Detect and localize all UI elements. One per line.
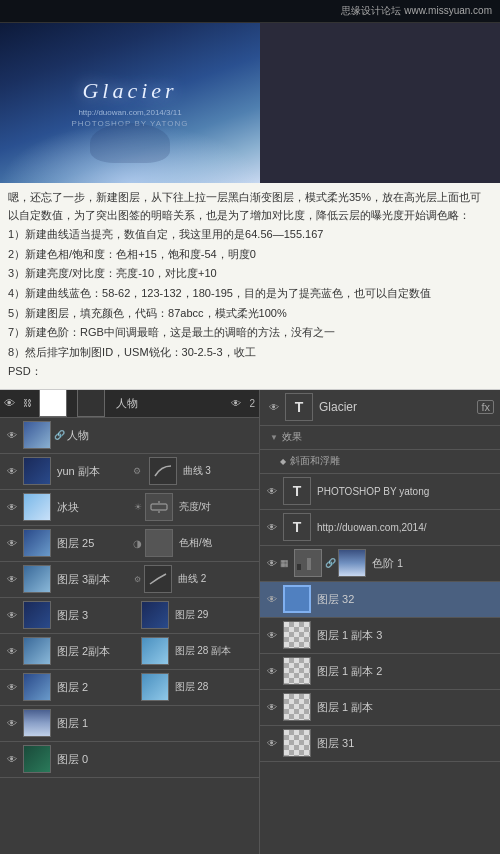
step-7: 8）然后排字加制图ID，USM锐化：30-2.5-3，收工 xyxy=(8,344,492,362)
eye-icon-3copy[interactable]: 👁 xyxy=(4,571,20,587)
layer-name-3: 图层 3 xyxy=(57,608,138,623)
eye-icon-0[interactable]: 👁 xyxy=(4,751,20,767)
layer-glacier-header[interactable]: 👁 T Glacier fx xyxy=(260,390,500,426)
layer-url-text[interactable]: 👁 T http://duowan.com,2014/ xyxy=(260,510,500,546)
layer-name-person: 人物 xyxy=(67,428,255,443)
thumb-1c3 xyxy=(283,621,311,649)
psd-label: PSD： xyxy=(8,363,492,381)
num-2: 2 xyxy=(249,398,255,409)
layer-name-1: 图层 1 xyxy=(57,716,255,731)
layer-name-31: 图层 31 xyxy=(317,736,496,751)
thumb-25 xyxy=(23,529,51,557)
layer-3[interactable]: 👁 图层 3 图层 29 xyxy=(0,598,259,634)
layer-2[interactable]: 👁 图层 2 图层 28 xyxy=(0,670,259,706)
svg-rect-4 xyxy=(302,561,306,570)
eye-icon-1c[interactable]: 👁 xyxy=(264,699,280,715)
thumb-1 xyxy=(23,709,51,737)
link-control[interactable]: ⛓ xyxy=(23,398,32,408)
layer-1copy[interactable]: 👁 图层 1 副本 xyxy=(260,690,500,726)
layer-name-curve2: 曲线 2 xyxy=(178,572,255,586)
thumb-hue xyxy=(145,529,173,557)
eye-icon-glacier[interactable]: 👁 xyxy=(266,399,282,415)
eye-icon-25[interactable]: 👁 xyxy=(4,535,20,551)
eye-icon-1[interactable]: 👁 xyxy=(4,715,20,731)
layer-2copy[interactable]: 👁 图层 2副本 图层 28 副本 xyxy=(0,634,259,670)
fx-label: fx xyxy=(477,400,494,414)
eye-icon-2[interactable]: 👁 xyxy=(4,679,20,695)
eye-icon-2copy[interactable]: 👁 xyxy=(4,643,20,659)
curve-adj-icon: ⚙ xyxy=(130,464,144,478)
step-4: 4）新建曲线蓝色：58-62，123-132，180-195，目的是为了提亮蓝色… xyxy=(8,285,492,303)
eye-control[interactable]: 👁 xyxy=(4,397,15,409)
thumb-levels-dark xyxy=(294,549,322,577)
layer-name-2: 图层 2 xyxy=(57,680,138,695)
eye-icon-1c2[interactable]: 👁 xyxy=(264,663,280,679)
thumb-brightness xyxy=(145,493,173,521)
eye-icon-yun[interactable]: 👁 xyxy=(4,463,20,479)
layers-top-controls[interactable]: 👁 ⛓ 人物 👁 2 xyxy=(0,390,259,418)
layer-1[interactable]: 👁 图层 1 xyxy=(0,706,259,742)
thumb-3 xyxy=(23,601,51,629)
step-2: 2）新建色相/饱和度：色相+15，饱和度-54，明度0 xyxy=(8,246,492,264)
thumb-1c xyxy=(283,693,311,721)
image-subtitle: http://duowan.com,2014/3/11 xyxy=(78,108,181,117)
layer-person[interactable]: 👁 🔗 人物 xyxy=(0,418,259,454)
eye-icon-levels[interactable]: 👁 xyxy=(264,555,280,571)
thumb-28copy xyxy=(141,637,169,665)
layer-name-brightness: 亮度/对 xyxy=(179,500,256,514)
layer-name-28copy: 图层 28 副本 xyxy=(175,644,256,658)
layer-ice[interactable]: 👁 冰块 ☀ 亮度/对 xyxy=(0,490,259,526)
levels-adj-marker: ▦ xyxy=(280,558,289,568)
layer-1copy3[interactable]: 👁 图层 1 副本 3 xyxy=(260,618,500,654)
layer-31[interactable]: 👁 图层 31 xyxy=(260,726,500,762)
tutorial-text: 嗯，还忘了一步，新建图层，从下往上拉一层黑白渐变图层，模式柔光35%，放在高光层… xyxy=(0,183,500,390)
thumb-28 xyxy=(141,673,169,701)
layer-2-label: 人物 xyxy=(116,396,138,411)
eye-icon-32[interactable]: 👁 xyxy=(264,591,280,607)
thumb-curve3 xyxy=(149,457,177,485)
layer-1copy2[interactable]: 👁 图层 1 副本 2 xyxy=(260,654,500,690)
thumb-2copy xyxy=(23,637,51,665)
bevel-label: 斜面和浮雕 xyxy=(290,454,340,468)
bevel-emboss-row: ◆ 斜面和浮雕 xyxy=(260,450,500,474)
layer-name-url: http://duowan.com,2014/ xyxy=(317,522,496,533)
left-layers-column[interactable]: 👁 ⛓ 人物 👁 2 👁 🔗 人物 👁 yun 副本 ⚙ 曲线 3 xyxy=(0,390,260,854)
layer-levels[interactable]: 👁 ▦ 🔗 色阶 1 xyxy=(260,546,500,582)
layer-name-29: 图层 29 xyxy=(175,608,256,622)
layer-25[interactable]: 👁 图层 25 ◑ 色相/饱 xyxy=(0,526,259,562)
eye-icon-ice[interactable]: 👁 xyxy=(4,499,20,515)
layer-0[interactable]: 👁 图层 0 xyxy=(0,742,259,778)
thumb-ice xyxy=(23,493,51,521)
thumb-curve2 xyxy=(144,565,172,593)
eye-icon-1c3[interactable]: 👁 xyxy=(264,627,280,643)
eye-icon-person[interactable]: 👁 xyxy=(4,427,20,443)
spacer-fe32 xyxy=(260,762,500,772)
eye-icon-ps[interactable]: 👁 xyxy=(264,483,280,499)
layer-name-yun: yun 副本 xyxy=(57,464,130,479)
layer-32[interactable]: 👁 图层 32 xyxy=(260,582,500,618)
layer-name-3copy: 图层 3副本 xyxy=(57,572,134,587)
thumb-31 xyxy=(283,729,311,757)
eye-icon-3[interactable]: 👁 xyxy=(4,607,20,623)
curve2-adj-icon: ⚙ xyxy=(134,575,141,584)
layer-name-1c3: 图层 1 副本 3 xyxy=(317,628,496,643)
eye-icon-url[interactable]: 👁 xyxy=(264,519,280,535)
step-1: 1）新建曲线适当提亮，数值自定，我这里用的是64.56—155.167 xyxy=(8,226,492,244)
step-3: 3）新建亮度/对比度：亮度-10，对比度+10 xyxy=(8,265,492,283)
color-swatch-white xyxy=(39,390,67,418)
svg-rect-0 xyxy=(151,504,167,510)
color-swatch-dark xyxy=(77,390,105,418)
header-bar: 思缘设计论坛 www.missyuan.com xyxy=(0,0,500,23)
eye-right: 👁 xyxy=(231,398,241,409)
layer-3copy[interactable]: 👁 图层 3副本 ⚙ 曲线 2 xyxy=(0,562,259,598)
eye-icon-31[interactable]: 👁 xyxy=(264,735,280,751)
thumb-2 xyxy=(23,673,51,701)
thumb-0 xyxy=(23,745,51,773)
layer-ps-text[interactable]: 👁 T PHOTOSHOP BY yatong xyxy=(260,474,500,510)
sun-icon: ☀ xyxy=(134,502,142,512)
layer-name-ice: 冰块 xyxy=(57,500,134,515)
layer-name-1c: 图层 1 副本 xyxy=(317,700,496,715)
site-label: 思缘设计论坛 www.missyuan.com xyxy=(341,5,492,16)
right-layers-column[interactable]: 👁 T Glacier fx ▼ 效果 ◆ 斜面和浮雕 👁 T PHOTOSHO… xyxy=(260,390,500,854)
layer-yun[interactable]: 👁 yun 副本 ⚙ 曲线 3 xyxy=(0,454,259,490)
